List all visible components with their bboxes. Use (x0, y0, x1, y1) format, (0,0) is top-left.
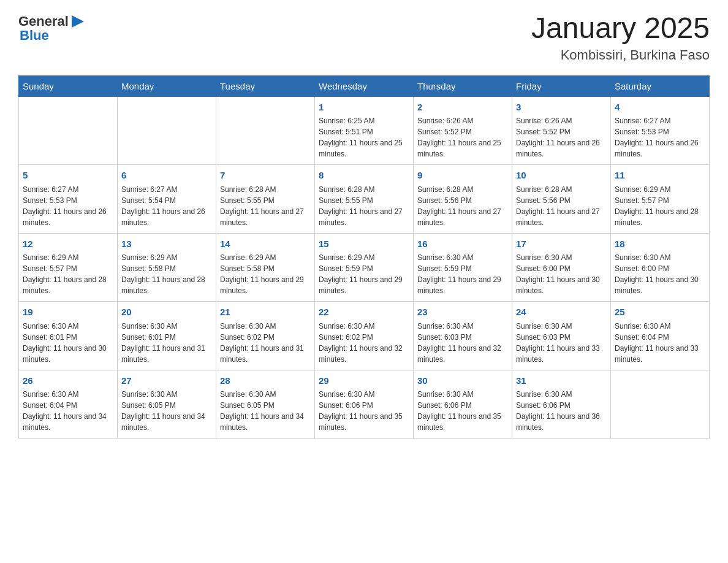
weekday-header-row: SundayMondayTuesdayWednesdayThursdayFrid… (19, 75, 710, 96)
calendar-body: 1Sunrise: 6:25 AMSunset: 5:51 PMDaylight… (19, 96, 710, 439)
weekday-header-sunday: Sunday (19, 75, 118, 96)
day-number: 5 (23, 169, 113, 183)
logo-general-text: General (18, 13, 69, 29)
logo-triangle-icon (69, 13, 86, 30)
day-number: 30 (417, 374, 508, 388)
day-number: 25 (615, 305, 705, 320)
day-number: 31 (516, 374, 607, 388)
calendar-cell: 19Sunrise: 6:30 AMSunset: 6:01 PMDayligh… (19, 302, 118, 370)
weekday-header-friday: Friday (512, 75, 611, 96)
day-info: Sunrise: 6:26 AMSunset: 5:52 PMDaylight:… (417, 115, 508, 159)
calendar-cell: 30Sunrise: 6:30 AMSunset: 6:06 PMDayligh… (414, 370, 512, 439)
day-info: Sunrise: 6:26 AMSunset: 5:52 PMDaylight:… (516, 115, 607, 159)
day-number: 8 (319, 169, 409, 183)
day-number: 21 (220, 305, 311, 320)
calendar-header: SundayMondayTuesdayWednesdayThursdayFrid… (19, 75, 710, 96)
day-info: Sunrise: 6:29 AMSunset: 5:58 PMDaylight:… (121, 252, 212, 296)
day-number: 19 (23, 305, 113, 320)
day-info: Sunrise: 6:30 AMSunset: 6:02 PMDaylight:… (319, 321, 409, 365)
day-info: Sunrise: 6:30 AMSunset: 6:01 PMDaylight:… (23, 321, 113, 365)
day-number: 16 (417, 237, 508, 251)
day-info: Sunrise: 6:30 AMSunset: 6:03 PMDaylight:… (417, 321, 508, 365)
day-info: Sunrise: 6:27 AMSunset: 5:53 PMDaylight:… (23, 184, 113, 228)
day-info: Sunrise: 6:29 AMSunset: 5:57 PMDaylight:… (615, 184, 705, 228)
day-info: Sunrise: 6:30 AMSunset: 6:06 PMDaylight:… (319, 389, 409, 433)
calendar-cell: 15Sunrise: 6:29 AMSunset: 5:59 PMDayligh… (315, 233, 414, 302)
calendar-cell: 7Sunrise: 6:28 AMSunset: 5:55 PMDaylight… (216, 165, 315, 234)
logo-blue-text: Blue (20, 28, 49, 44)
day-info: Sunrise: 6:30 AMSunset: 6:03 PMDaylight:… (516, 321, 607, 365)
calendar-cell: 20Sunrise: 6:30 AMSunset: 6:01 PMDayligh… (118, 302, 216, 370)
day-number: 22 (319, 305, 409, 320)
day-info: Sunrise: 6:30 AMSunset: 6:06 PMDaylight:… (516, 389, 607, 433)
calendar-cell: 9Sunrise: 6:28 AMSunset: 5:56 PMDaylight… (414, 165, 512, 234)
day-number: 24 (516, 305, 607, 320)
calendar-cell (118, 96, 216, 165)
day-info: Sunrise: 6:28 AMSunset: 5:55 PMDaylight:… (319, 184, 409, 228)
day-info: Sunrise: 6:29 AMSunset: 5:59 PMDaylight:… (319, 252, 409, 296)
day-number: 11 (615, 169, 705, 183)
weekday-header-wednesday: Wednesday (315, 75, 414, 96)
calendar-week-row: 1Sunrise: 6:25 AMSunset: 5:51 PMDaylight… (19, 96, 710, 165)
day-info: Sunrise: 6:27 AMSunset: 5:54 PMDaylight:… (121, 184, 212, 228)
calendar-cell: 8Sunrise: 6:28 AMSunset: 5:55 PMDaylight… (315, 165, 414, 234)
day-info: Sunrise: 6:30 AMSunset: 6:05 PMDaylight:… (220, 389, 311, 433)
calendar-cell: 3Sunrise: 6:26 AMSunset: 5:52 PMDaylight… (512, 96, 611, 165)
calendar-cell: 29Sunrise: 6:30 AMSunset: 6:06 PMDayligh… (315, 370, 414, 439)
calendar-cell: 21Sunrise: 6:30 AMSunset: 6:02 PMDayligh… (216, 302, 315, 370)
day-info: Sunrise: 6:28 AMSunset: 5:55 PMDaylight:… (220, 184, 311, 228)
calendar-cell: 26Sunrise: 6:30 AMSunset: 6:04 PMDayligh… (19, 370, 118, 439)
day-number: 4 (615, 101, 705, 115)
calendar-cell: 16Sunrise: 6:30 AMSunset: 5:59 PMDayligh… (414, 233, 512, 302)
location-title: Kombissiri, Burkina Faso (531, 47, 710, 63)
weekday-header-monday: Monday (118, 75, 216, 96)
calendar-week-row: 19Sunrise: 6:30 AMSunset: 6:01 PMDayligh… (19, 302, 710, 370)
day-info: Sunrise: 6:30 AMSunset: 6:04 PMDaylight:… (615, 321, 705, 365)
day-number: 9 (417, 169, 508, 183)
day-info: Sunrise: 6:30 AMSunset: 6:00 PMDaylight:… (615, 252, 705, 296)
day-info: Sunrise: 6:30 AMSunset: 6:01 PMDaylight:… (121, 321, 212, 365)
calendar-week-row: 5Sunrise: 6:27 AMSunset: 5:53 PMDaylight… (19, 165, 710, 234)
day-info: Sunrise: 6:30 AMSunset: 6:04 PMDaylight:… (23, 389, 113, 433)
day-number: 3 (516, 101, 607, 115)
day-info: Sunrise: 6:30 AMSunset: 6:06 PMDaylight:… (417, 389, 508, 433)
calendar-cell: 22Sunrise: 6:30 AMSunset: 6:02 PMDayligh… (315, 302, 414, 370)
calendar-cell: 11Sunrise: 6:29 AMSunset: 5:57 PMDayligh… (611, 165, 710, 234)
calendar-cell: 4Sunrise: 6:27 AMSunset: 5:53 PMDaylight… (611, 96, 710, 165)
day-number: 13 (121, 237, 212, 251)
calendar-cell: 14Sunrise: 6:29 AMSunset: 5:58 PMDayligh… (216, 233, 315, 302)
calendar-cell (611, 370, 710, 439)
calendar-cell (216, 96, 315, 165)
day-info: Sunrise: 6:30 AMSunset: 6:02 PMDaylight:… (220, 321, 311, 365)
day-number: 29 (319, 374, 409, 388)
calendar-week-row: 26Sunrise: 6:30 AMSunset: 6:04 PMDayligh… (19, 370, 710, 439)
day-info: Sunrise: 6:28 AMSunset: 5:56 PMDaylight:… (516, 184, 607, 228)
calendar-cell: 17Sunrise: 6:30 AMSunset: 6:00 PMDayligh… (512, 233, 611, 302)
calendar-table: SundayMondayTuesdayWednesdayThursdayFrid… (18, 75, 710, 439)
day-info: Sunrise: 6:27 AMSunset: 5:53 PMDaylight:… (615, 115, 705, 159)
calendar-cell: 24Sunrise: 6:30 AMSunset: 6:03 PMDayligh… (512, 302, 611, 370)
calendar-cell: 18Sunrise: 6:30 AMSunset: 6:00 PMDayligh… (611, 233, 710, 302)
day-info: Sunrise: 6:30 AMSunset: 6:05 PMDaylight:… (121, 389, 212, 433)
day-info: Sunrise: 6:28 AMSunset: 5:56 PMDaylight:… (417, 184, 508, 228)
day-number: 6 (121, 169, 212, 183)
day-number: 2 (417, 101, 508, 115)
calendar-cell: 28Sunrise: 6:30 AMSunset: 6:05 PMDayligh… (216, 370, 315, 439)
weekday-header-tuesday: Tuesday (216, 75, 315, 96)
day-number: 7 (220, 169, 311, 183)
month-title: January 2025 (531, 12, 710, 45)
day-info: Sunrise: 6:30 AMSunset: 6:00 PMDaylight:… (516, 252, 607, 296)
day-number: 23 (417, 305, 508, 320)
day-number: 17 (516, 237, 607, 251)
calendar-cell: 5Sunrise: 6:27 AMSunset: 5:53 PMDaylight… (19, 165, 118, 234)
day-number: 18 (615, 237, 705, 251)
calendar-cell: 27Sunrise: 6:30 AMSunset: 6:05 PMDayligh… (118, 370, 216, 439)
title-block: January 2025 Kombissiri, Burkina Faso (531, 12, 710, 63)
calendar-week-row: 12Sunrise: 6:29 AMSunset: 5:57 PMDayligh… (19, 233, 710, 302)
calendar-cell: 10Sunrise: 6:28 AMSunset: 5:56 PMDayligh… (512, 165, 611, 234)
calendar-cell: 13Sunrise: 6:29 AMSunset: 5:58 PMDayligh… (118, 233, 216, 302)
logo: General Blue (18, 12, 86, 44)
calendar-cell (19, 96, 118, 165)
day-number: 28 (220, 374, 311, 388)
day-number: 15 (319, 237, 409, 251)
